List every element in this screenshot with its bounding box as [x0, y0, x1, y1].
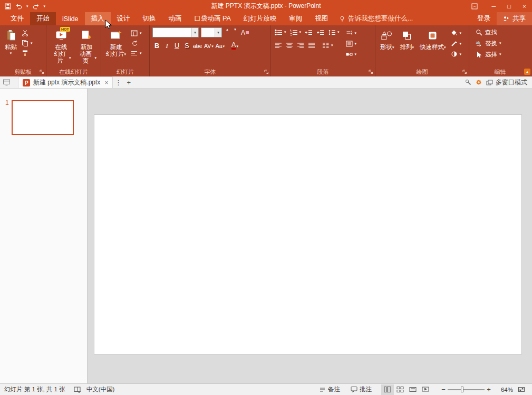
new-slide-button[interactable]: 新建 幻灯片 ▾ — [104, 27, 128, 67]
line-spacing-button[interactable]: ▾ — [327, 27, 341, 37]
close-button[interactable]: × — [517, 0, 532, 12]
tab-review[interactable]: 审阅 — [283, 12, 308, 25]
paste-button[interactable]: 粘贴 ▾ — [3, 27, 19, 67]
tab-settings-button[interactable] — [473, 77, 484, 88]
decrease-indent-button[interactable] — [304, 27, 314, 37]
slide-canvas[interactable] — [94, 114, 522, 354]
paragraph-dialog-launcher[interactable] — [369, 70, 373, 74]
zoom-slider[interactable] — [448, 384, 485, 395]
align-left-button[interactable] — [274, 41, 283, 50]
tab-insert[interactable]: 插入 — [85, 12, 111, 25]
tab-tools-button[interactable] — [463, 77, 473, 88]
zoom-level[interactable]: 64% — [496, 387, 513, 393]
window-list-icon[interactable] — [3, 79, 11, 86]
font-color-button[interactable]: A ▾ — [230, 40, 239, 50]
slide-thumbnail-selected[interactable] — [12, 100, 74, 135]
reading-view-button[interactable] — [407, 384, 419, 395]
shapes-button[interactable]: 形状 ▾ — [378, 27, 396, 67]
find-button[interactable]: 查找 — [475, 27, 498, 37]
sign-in-button[interactable]: 登录 — [471, 12, 497, 25]
comments-button[interactable]: 批注 — [351, 386, 372, 393]
clear-formatting-button[interactable]: A — [240, 28, 250, 37]
language-button[interactable]: 中文(中国) — [86, 386, 115, 393]
font-name-dropdown-icon[interactable]: ▾ — [191, 28, 198, 37]
section-button[interactable]: ▾ — [130, 49, 143, 57]
reset-slide-button[interactable] — [130, 39, 143, 47]
normal-view-button[interactable] — [381, 384, 394, 395]
tab-home[interactable]: 开始 — [30, 12, 56, 25]
font-size-dropdown-icon[interactable]: ▾ — [215, 28, 221, 37]
slide-counter[interactable]: 幻灯片 第 1 张, 共 1 张 — [4, 386, 65, 393]
slideshow-view-button[interactable] — [419, 384, 432, 395]
copy-button[interactable]: ▾ — [21, 39, 34, 47]
shape-fill-button[interactable]: ▾ — [450, 29, 463, 37]
drawing-dialog-launcher[interactable] — [462, 70, 467, 74]
underline-button[interactable]: U — [172, 40, 181, 50]
tab-view[interactable]: 视图 — [308, 12, 334, 25]
tab-transitions[interactable]: 切换 — [137, 12, 162, 25]
layout-button[interactable]: ▾ — [130, 29, 143, 37]
align-right-button[interactable] — [296, 41, 305, 50]
decrease-font-size-button[interactable]: ▼ — [232, 28, 238, 37]
new-animation-page-button[interactable]: 新加 动画页 ▾ — [75, 27, 99, 67]
online-slides-button[interactable]: HOT 在线 幻灯片 ▾ — [49, 27, 73, 67]
zoom-slider-thumb[interactable] — [461, 387, 463, 392]
tab-animations[interactable]: 动画 — [162, 12, 188, 25]
replace-button[interactable]: ab 替换 ▾ — [475, 38, 502, 48]
text-shadow-button[interactable]: S — [182, 40, 191, 50]
fit-slide-to-window-button[interactable] — [515, 384, 528, 395]
bold-button[interactable]: B — [152, 40, 161, 50]
character-spacing-button[interactable]: AV ▾ — [204, 40, 214, 50]
redo-icon[interactable] — [33, 3, 40, 9]
format-painter-button[interactable] — [21, 49, 34, 57]
numbering-button[interactable]: ▾ — [289, 27, 303, 37]
quick-styles-button[interactable]: 快速样式 ▾ — [418, 27, 448, 67]
tab-islide[interactable]: iSlide — [56, 12, 85, 25]
arrange-button[interactable]: 排列 ▾ — [398, 27, 417, 67]
cut-button[interactable] — [21, 29, 34, 37]
save-icon[interactable] — [5, 3, 11, 9]
font-name-input[interactable] — [153, 28, 191, 37]
tell-me-box[interactable]: 告诉我您想要做什么... — [334, 12, 418, 25]
change-case-button[interactable]: Aa ▾ — [215, 40, 225, 50]
align-text-button[interactable]: ▾ — [345, 40, 358, 47]
select-button[interactable]: 选择 ▾ — [475, 50, 502, 59]
slide-sorter-view-button[interactable] — [394, 384, 407, 395]
notes-button[interactable]: 备注 — [319, 386, 340, 393]
customize-quick-access-icon[interactable]: ▾ — [44, 4, 46, 8]
columns-button[interactable]: ▾ — [321, 41, 334, 50]
new-document-tab-button[interactable]: + — [123, 77, 134, 88]
share-button[interactable]: 共享 — [497, 12, 532, 25]
shape-outline-button[interactable]: ▾ — [450, 40, 463, 47]
zoom-out-button[interactable]: − — [439, 384, 448, 395]
tab-pocket-animation[interactable]: 口袋动画 PA — [188, 12, 237, 25]
italic-button[interactable]: I — [162, 40, 171, 50]
font-dialog-launcher[interactable] — [264, 70, 269, 74]
font-size-input[interactable] — [201, 28, 215, 37]
tab-slideshow[interactable]: 幻灯片放映 — [237, 12, 283, 25]
text-direction-button[interactable]: ▾ — [345, 29, 358, 37]
document-tab[interactable]: P 新建 pptx 演示文稿.pptx × — [18, 76, 113, 88]
collapse-ribbon-button[interactable]: ▴ — [524, 69, 530, 75]
tab-file[interactable]: 文件 — [4, 12, 30, 25]
document-tab-close-icon[interactable]: × — [104, 79, 108, 86]
strikethrough-button[interactable]: abc — [192, 40, 202, 50]
increase-font-size-button[interactable]: ▲ — [224, 28, 230, 37]
clipboard-dialog-launcher[interactable] — [40, 70, 44, 74]
ribbon-display-options-icon[interactable] — [471, 3, 478, 9]
multi-window-mode-button[interactable]: 多窗口模式 — [484, 78, 529, 87]
justify-button[interactable] — [307, 41, 316, 50]
shape-effects-button[interactable]: ▾ — [450, 50, 463, 58]
undo-dropdown-icon[interactable]: ▾ — [26, 4, 28, 8]
align-center-button[interactable] — [285, 41, 294, 50]
convert-to-smartart-button[interactable]: ▾ — [345, 50, 358, 58]
maximize-button[interactable]: □ — [501, 0, 517, 12]
proofing-button[interactable] — [74, 386, 81, 393]
minimize-button[interactable]: ─ — [486, 0, 501, 12]
tab-design[interactable]: 设计 — [111, 12, 137, 25]
zoom-in-button[interactable]: + — [485, 384, 493, 395]
undo-icon[interactable] — [15, 3, 22, 9]
increase-indent-button[interactable] — [315, 27, 325, 37]
tab-menu-button[interactable]: ⋮ — [113, 77, 123, 88]
bullets-button[interactable]: ▾ — [274, 27, 287, 37]
